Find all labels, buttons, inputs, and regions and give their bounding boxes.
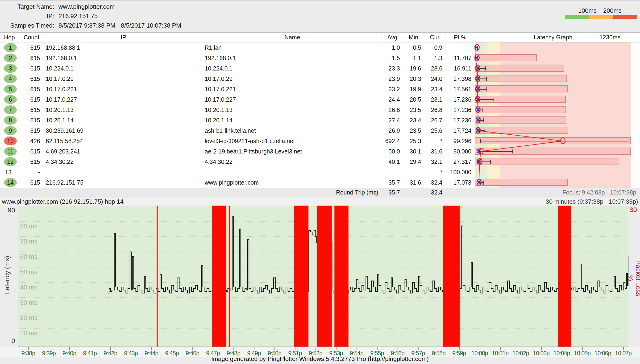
column-header-latency-graph[interactable]: Latency Graph 1230ms — [475, 34, 631, 41]
cell-cur: 0.9 — [424, 44, 445, 51]
column-header-cur[interactable]: Cur — [424, 34, 445, 41]
cell-count: 615 — [19, 148, 44, 155]
column-header-hop[interactable]: Hop — [0, 34, 19, 41]
hop-row[interactable]: 126154.34.30.224.34.30.2240.129.432.127.… — [0, 156, 640, 167]
column-header-pl[interactable]: PL% — [445, 34, 475, 41]
cell-count: 615 — [19, 44, 44, 51]
cell-pl: 17.561 — [445, 86, 475, 93]
cell-hop: 4 — [0, 74, 19, 83]
hop-row[interactable]: 661510.17.0.22710.17.0.22724.420.523.117… — [0, 94, 640, 105]
packet-loss-bar — [212, 206, 226, 346]
ip-value: 216.92.151.75 — [54, 11, 98, 21]
column-header-ip[interactable]: IP — [44, 34, 203, 41]
hop-latency-minigraph: ✕ — [475, 74, 631, 84]
cell-ip: 10.20.1.13 — [44, 106, 203, 114]
trace-table-body: 1615192.168.88.1R1.lan1.00.50.9✕2615192.… — [0, 42, 640, 188]
round-trip-avg: 35.7 — [382, 189, 403, 196]
timeline-title-bar: www.pingplotter.com (216.92.151.75) hop … — [0, 198, 640, 206]
cell-count: 615 — [19, 179, 44, 186]
hop-row[interactable]: 761510.20.1.1310.20.1.1326.823.526.817.2… — [0, 105, 640, 115]
latency-color-legend: 100ms 200ms — [565, 7, 637, 19]
cell-avg: 35.7 — [382, 179, 403, 186]
cell-min: 23.5 — [403, 127, 424, 134]
cell-avg: 23.3 — [382, 65, 403, 72]
current-marker-x-icon: ✕ — [475, 105, 481, 115]
grid-label-40ms: 40 ms — [20, 284, 38, 291]
cell-min: 1.1 — [403, 55, 424, 62]
focus-range-label[interactable]: Focus: 9:42:03p - 10:07:38p — [562, 189, 636, 196]
current-marker-x-icon: ✕ — [474, 53, 480, 63]
latency-range-bar — [475, 54, 537, 61]
timeline-plot-svg — [18, 206, 628, 346]
hop-latency-minigraph — [475, 136, 631, 146]
packet-loss-bar — [229, 206, 230, 346]
y-axis-title: Latency (ms) — [3, 249, 11, 301]
cell-ip: 62.115.58.254 — [44, 138, 203, 144]
hop-row[interactable]: 1042662.115.58.254level3-ic-309221-ash-b… — [0, 136, 640, 146]
cell-hop: 9 — [0, 126, 19, 135]
cell-pl: 17.236 — [445, 117, 475, 124]
cell-hop: 11 — [0, 147, 19, 156]
hop-badge: 6 — [4, 95, 17, 104]
whisker-cap — [629, 139, 630, 143]
hop-badge: 11 — [4, 147, 17, 156]
cell-avg: 40.1 — [382, 158, 403, 165]
hop-row[interactable]: 861510.20.1.1410.20.1.1427.423.426.717.2… — [0, 115, 640, 126]
cell-pl: 17.236 — [445, 96, 475, 103]
whisker-cap — [482, 108, 483, 112]
column-header-min[interactable]: Min — [403, 34, 424, 41]
cell-min: 31.6 — [403, 179, 424, 186]
cell-count: - — [19, 169, 44, 176]
target-name-value: www.pingplotter.com — [54, 2, 114, 11]
hop-row[interactable]: 561510.17.0.22110.17.0.22123.219.923.417… — [0, 84, 640, 94]
cell-avg: 692.4 — [382, 138, 403, 144]
hop-latency-minigraph: ✕ — [475, 115, 631, 126]
column-header-avg[interactable]: Avg — [382, 34, 403, 41]
legend-red-segment — [613, 15, 637, 19]
latency-range-bar — [475, 127, 568, 134]
hop-row[interactable]: 1615192.168.88.1R1.lan1.00.50.9✕ — [0, 42, 640, 53]
cell-pl: 99.296 — [445, 138, 475, 144]
legend-green-segment — [565, 15, 589, 19]
column-header-name[interactable]: Name — [203, 34, 382, 41]
current-marker-x-icon: ✕ — [475, 126, 481, 136]
cell-hop: 1 — [0, 43, 19, 52]
hop-row[interactable]: 14615216.92.151.75www.pingplotter.com35.… — [0, 177, 640, 188]
hop-row[interactable]: 961580.239.161.69ash-b1-link.telia.net26… — [0, 126, 640, 136]
samples-timed-label: Samples Timed: — [0, 21, 54, 30]
column-header-count[interactable]: Count — [19, 34, 44, 41]
hop-badge: 9 — [4, 126, 17, 135]
hop-row[interactable]: 116154.69.203.241ae-2-19.bear1.Pittsburg… — [0, 146, 640, 156]
cell-pl: 17.724 — [445, 127, 475, 134]
cell-min: 0.5 — [403, 44, 424, 51]
whisker-cap — [484, 118, 484, 122]
hop-row[interactable]: 361510.224.0.110.224.0.123.319.623.616.9… — [0, 63, 640, 74]
cell-cur: 24.0 — [424, 76, 445, 82]
whisker-line — [480, 141, 629, 142]
cell-pl: 11.707 — [445, 55, 475, 62]
current-marker-x-icon: ✕ — [475, 84, 480, 94]
current-marker-x-icon: ✕ — [475, 94, 480, 105]
latency-timeline-plot[interactable] — [18, 206, 628, 346]
cell-avg: 26.9 — [382, 127, 403, 134]
hop-latency-minigraph: ✕ — [475, 126, 631, 136]
target-name-row: Target Name: www.pingplotter.com — [0, 2, 330, 11]
latency-range-bar — [475, 179, 568, 186]
hop-latency-minigraph: ✕ — [475, 94, 631, 105]
cell-min: 23.5 — [403, 106, 424, 114]
whisker-cap — [480, 139, 481, 143]
hop-row[interactable]: 461510.17.0.2910.17.0.2923.920.324.017.3… — [0, 74, 640, 84]
hop-badge: 2 — [4, 54, 17, 62]
timeline-range-label[interactable]: 30 minutes (9:37:38p - 10:07:38p) — [546, 198, 638, 205]
cell-min: 25.3 — [403, 138, 424, 144]
hop-row[interactable]: 13-*100.000 — [0, 167, 640, 177]
cell-hop: 8 — [0, 116, 19, 125]
cell-min: 23.4 — [403, 117, 424, 124]
latency-range-bar — [475, 116, 566, 124]
cell-cur: 32.4 — [424, 179, 445, 186]
cell-min: 20.5 — [403, 96, 424, 103]
cell-cur: 1.3 — [424, 55, 445, 62]
scale-band-200ms-plus — [500, 167, 631, 177]
hop-row[interactable]: 2615192.168.0.1192.168.0.11.51.11.311.70… — [0, 53, 640, 63]
cell-cur: 31.6 — [424, 148, 445, 155]
